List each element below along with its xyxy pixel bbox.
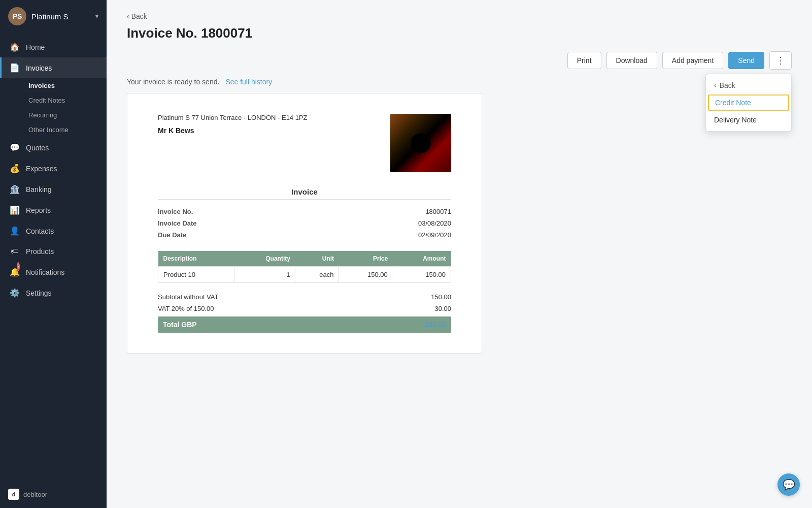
invoices-sub-nav: Invoices Credit Notes Recurring Other In… [0,78,107,137]
client-name: Mr K Bews [158,126,308,135]
company-logo-image [390,114,451,172]
toolbar: Print Download Add payment Send ⋮ ‹ Back… [127,51,792,70]
chat-icon: 💬 [783,479,795,491]
invoice-date-value: 03/08/2020 [418,219,451,227]
invoice-no-label: Invoice No. [158,208,193,215]
bell-icon: 🔔7 [10,267,20,277]
add-payment-button[interactable]: Add payment [662,52,724,69]
settings-icon: ⚙️ [10,288,20,298]
invoice-detail-row-2: Due Date 02/09/2020 [158,229,451,241]
sidebar-label-invoices: Invoices [26,64,52,72]
sidebar-item-contacts[interactable]: 👤 Contacts [0,220,107,241]
invoice-card: Platinum S 77 Union Terrace - LONDON - E… [127,93,482,354]
sidebar-item-reports[interactable]: 📊 Reports [0,200,107,220]
subtotal-row: Subtotal without VAT 150.00 [158,291,451,303]
sidebar-label-reports: Reports [26,206,51,214]
main-content: ‹ Back Invoice No. 1800071 Print Downloa… [107,0,812,508]
sidebar-sub-item-invoices[interactable]: Invoices [24,78,107,93]
table-row: Product 10 1 each 150.00 150.00 [158,267,451,283]
vat-row: VAT 20% of 150.00 30.00 [158,303,451,314]
cell-price: 150.00 [339,267,393,283]
sidebar-label-expenses: Expenses [26,165,57,173]
contacts-icon: 👤 [10,226,20,236]
vat-label: VAT 20% of 150.00 [158,305,214,312]
sidebar-sub-item-credit-notes[interactable]: Credit Notes [24,93,107,108]
invoice-logo [390,114,451,172]
sidebar: PS Platinum S ▾ 🏠 Home 📄 Invoices Invoic… [0,0,107,508]
back-label: Back [131,12,147,20]
sidebar-item-products[interactable]: 🏷 Products [0,241,107,262]
quotes-icon: 💬 [10,143,20,152]
see-full-history-link[interactable]: See full history [225,78,272,86]
sidebar-item-home[interactable]: 🏠 Home [0,37,107,57]
invoices-icon: 📄 [10,63,20,73]
brand-name: debitoor [23,491,47,498]
invoice-title: Invoice [158,187,451,200]
sidebar-nav: 🏠 Home 📄 Invoices Invoices Credit Notes … [0,33,107,481]
sidebar-label-settings: Settings [26,289,52,297]
status-bar: Your invoice is ready to send. See full … [127,78,792,86]
sidebar-item-quotes[interactable]: 💬 Quotes [0,137,107,158]
dropdown-back-label: Back [720,81,735,89]
sidebar-item-settings[interactable]: ⚙️ Settings [0,282,107,303]
chevron-left-icon: ‹ [127,12,129,20]
cell-unit: each [295,267,339,283]
invoice-table: Description Quantity Unit Price Amount P… [158,251,451,283]
sidebar-sub-item-other-income[interactable]: Other Income [24,122,107,137]
sidebar-item-notifications[interactable]: 🔔7 Notifications [0,262,107,282]
reports-icon: 📊 [10,205,20,215]
workspace-selector[interactable]: PS Platinum S ▾ [0,0,107,33]
home-icon: 🏠 [10,42,20,52]
print-button[interactable]: Print [567,52,601,69]
banking-icon: 🏦 [10,184,20,194]
sidebar-footer: d debitoor [0,481,107,508]
debitoor-logo: d [8,489,19,500]
grand-total-row: Total GBP 180.00 [158,316,451,333]
due-date-label: Due Date [158,231,186,239]
grand-total-label: Total GBP [163,321,197,329]
back-link[interactable]: ‹ Back [127,12,792,20]
invoice-no-value: 1800071 [425,208,451,215]
dropdown-delivery-note-item[interactable]: Delivery Note [706,112,791,128]
sidebar-item-expenses[interactable]: 💰 Expenses [0,158,107,179]
sidebar-sub-item-recurring[interactable]: Recurring [24,108,107,122]
invoice-detail-row-1: Invoice Date 03/08/2020 [158,217,451,229]
company-address: Platinum S 77 Union Terrace - LONDON - E… [158,114,308,121]
cell-description: Product 10 [158,267,234,283]
products-icon: 🏷 [10,247,20,256]
page-title: Invoice No. 1800071 [127,25,792,41]
dropdown-credit-note-item[interactable]: Credit Note [708,94,789,111]
col-description: Description [158,251,234,267]
invoice-title-section: Invoice Invoice No. 1800071 Invoice Date… [158,187,451,241]
chevron-left-icon: ‹ [714,81,717,89]
invoice-header: Platinum S 77 Union Terrace - LONDON - E… [158,114,451,172]
subtotal-label: Subtotal without VAT [158,293,218,301]
chat-button[interactable]: 💬 [777,473,800,496]
col-price: Price [339,251,393,267]
col-amount: Amount [393,251,451,267]
sidebar-label-contacts: Contacts [26,227,54,235]
dropdown-menu: ‹ Back Credit Note Delivery Note [705,74,792,132]
grand-total-value: 180.00 [424,321,446,329]
send-button[interactable]: Send [728,52,764,69]
sidebar-label-notifications: Notifications [26,268,64,276]
workspace-name: Platinum S [31,12,90,21]
sidebar-item-invoices[interactable]: 📄 Invoices [0,57,107,78]
col-quantity: Quantity [234,251,295,267]
chevron-down-icon: ▾ [95,13,98,20]
dropdown-back-item[interactable]: ‹ Back [706,77,791,93]
more-options-button[interactable]: ⋮ [769,51,792,70]
avatar: PS [8,7,26,25]
col-unit: Unit [295,251,339,267]
subtotal-value: 150.00 [431,293,451,301]
sidebar-item-banking[interactable]: 🏦 Banking [0,179,107,200]
invoice-detail-row-0: Invoice No. 1800071 [158,206,451,217]
invoice-totals: Subtotal without VAT 150.00 VAT 20% of 1… [158,291,451,333]
download-button[interactable]: Download [606,52,657,69]
sidebar-label-products: Products [26,247,54,256]
invoice-address: Platinum S 77 Union Terrace - LONDON - E… [158,114,308,135]
expenses-icon: 💰 [10,164,20,173]
invoice-date-label: Invoice Date [158,219,197,227]
vat-value: 30.00 [434,305,451,312]
due-date-value: 02/09/2020 [418,231,451,239]
